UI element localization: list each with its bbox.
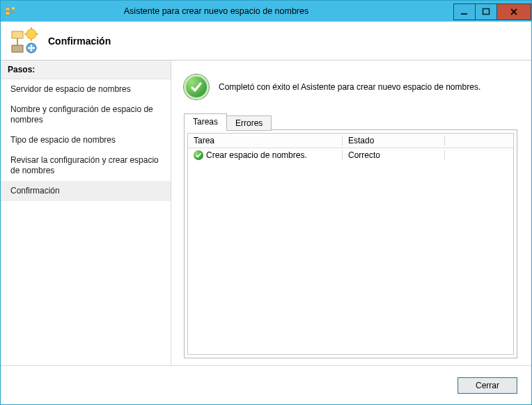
listview-header: Tarea Estado bbox=[188, 134, 513, 148]
svg-rect-17 bbox=[28, 47, 35, 48]
task-success-icon bbox=[194, 150, 203, 160]
task-status: Correcto bbox=[348, 150, 380, 160]
step-name-config[interactable]: Nombre y configuración de espacio de nom… bbox=[1, 100, 171, 130]
wizard-step-title: Confirmación bbox=[48, 35, 111, 47]
column-spacer bbox=[445, 139, 513, 142]
task-row[interactable]: Crear espacio de nombres. Correcto bbox=[188, 148, 513, 162]
column-status[interactable]: Estado bbox=[343, 134, 445, 147]
svg-rect-4 bbox=[483, 9, 490, 15]
tab-tasks[interactable]: Tareas bbox=[184, 113, 227, 130]
steps-sidebar: Pasos: Servidor de espacio de nombres No… bbox=[1, 61, 171, 365]
step-server[interactable]: Servidor de espacio de nombres bbox=[1, 79, 171, 100]
titlebar: Asistente para crear nuevo espacio de no… bbox=[1, 1, 531, 22]
step-confirmation[interactable]: Confirmación bbox=[1, 181, 171, 201]
svg-rect-3 bbox=[461, 13, 467, 15]
svg-rect-7 bbox=[12, 31, 23, 38]
close-wizard-button[interactable]: Cerrar bbox=[457, 377, 517, 394]
wizard-body: Pasos: Servidor de espacio de nombres No… bbox=[1, 61, 531, 365]
window-controls bbox=[454, 3, 531, 19]
status-message: Completó con éxito el Asistente para cre… bbox=[219, 82, 480, 92]
wizard-footer: Cerrar bbox=[1, 365, 531, 404]
column-task[interactable]: Tarea bbox=[188, 134, 343, 147]
step-type[interactable]: Tipo de espacio de nombres bbox=[1, 130, 171, 150]
minimize-button[interactable] bbox=[453, 3, 476, 20]
wizard-header-icon bbox=[10, 27, 38, 55]
success-icon bbox=[184, 74, 209, 100]
svg-rect-8 bbox=[12, 45, 23, 52]
tabstrip: Tareas Errores bbox=[184, 113, 517, 130]
wizard-window: Asistente para crear nuevo espacio de no… bbox=[0, 0, 532, 405]
wizard-header: Confirmación bbox=[1, 22, 531, 61]
task-name: Crear espacio de nombres. bbox=[206, 150, 307, 160]
status-row: Completó con éxito el Asistente para cre… bbox=[184, 74, 517, 100]
close-button[interactable] bbox=[496, 3, 531, 20]
tasks-listview[interactable]: Tarea Estado Crear espacio de nombres. bbox=[187, 133, 514, 355]
window-title: Asistente para crear nuevo espacio de no… bbox=[0, 6, 454, 16]
maximize-button[interactable] bbox=[475, 3, 497, 20]
svg-point-10 bbox=[26, 29, 36, 39]
step-review[interactable]: Revisar la configuración y crear espacio… bbox=[1, 150, 171, 181]
steps-header: Pasos: bbox=[1, 61, 171, 79]
tab-panel-tasks: Tarea Estado Crear espacio de nombres. bbox=[184, 129, 517, 358]
tab-errors[interactable]: Errores bbox=[226, 116, 272, 131]
wizard-main: Completó con éxito el Asistente para cre… bbox=[171, 61, 531, 365]
